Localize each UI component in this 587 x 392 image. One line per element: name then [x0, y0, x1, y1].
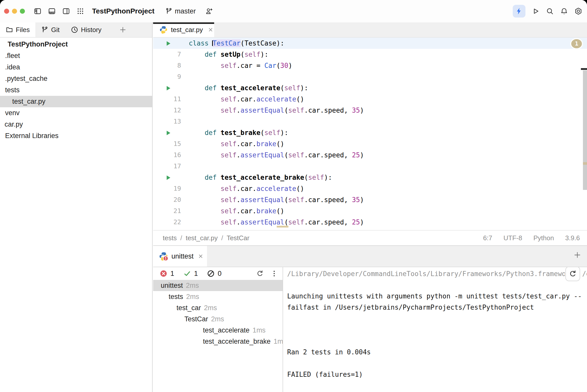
- tree-item-label: External Libraries: [5, 132, 58, 140]
- code-token: (): [276, 140, 284, 148]
- sidebar-tab-history[interactable]: History: [65, 22, 107, 37]
- tree-item[interactable]: External Libraries: [0, 130, 152, 142]
- status-widget[interactable]: 3.9.6: [565, 234, 580, 242]
- code-text[interactable]: [189, 116, 587, 127]
- sidebar-tab-git[interactable]: Git: [35, 22, 65, 37]
- tree-item[interactable]: tests: [0, 84, 152, 96]
- code-token: .: [237, 218, 241, 226]
- rerun-tests-icon[interactable]: [256, 270, 264, 277]
- zoom-window-button[interactable]: [20, 9, 25, 14]
- editor-gutter[interactable]: 8: [153, 60, 189, 71]
- tree-item[interactable]: .pytest_cache: [0, 73, 152, 84]
- code-text[interactable]: self.assertEqual(self.car.speed, 25): [189, 217, 587, 228]
- add-tab-icon[interactable]: [573, 251, 581, 259]
- status-widget[interactable]: UTF-8: [504, 234, 522, 242]
- tree-item[interactable]: TestPythonProject: [0, 39, 152, 50]
- breadcrumb-item[interactable]: test_car.py: [186, 234, 218, 242]
- test-tree-item[interactable]: unittest2ms: [153, 280, 283, 291]
- code-text[interactable]: class TestCar(TestCase):: [189, 38, 587, 49]
- test-tree-item[interactable]: test_car2ms: [153, 302, 283, 313]
- failed-count-button[interactable]: 1: [160, 270, 174, 278]
- tree-item[interactable]: venv: [0, 107, 152, 119]
- tree-item[interactable]: .fleet: [0, 50, 152, 62]
- editor-gutter[interactable]: 11: [153, 94, 189, 105]
- code-text[interactable]: [189, 71, 587, 82]
- editor-gutter[interactable]: 17: [153, 161, 189, 172]
- code-text[interactable]: self.car.accelerate(): [189, 94, 587, 105]
- code-with-me-icon[interactable]: [205, 7, 213, 15]
- editor-gutter[interactable]: 13: [153, 116, 189, 127]
- minimize-window-button[interactable]: [12, 9, 17, 14]
- editor-gutter[interactable]: 16: [153, 149, 189, 161]
- close-icon[interactable]: [208, 27, 214, 33]
- code-text[interactable]: [189, 161, 587, 172]
- close-window-button[interactable]: [4, 9, 9, 14]
- inspection-widget-badge[interactable]: 1: [570, 38, 583, 49]
- editor-gutter[interactable]: 7: [153, 49, 189, 60]
- editor-gutter[interactable]: [153, 82, 189, 94]
- code-token: self: [288, 196, 304, 204]
- run-tab-unittest[interactable]: unittest: [153, 246, 207, 267]
- code-text[interactable]: self.car.brake(): [189, 205, 587, 217]
- search-icon[interactable]: [546, 7, 554, 15]
- tool-windows-grid-icon[interactable]: [76, 7, 84, 15]
- code-text[interactable]: self.car.brake(): [189, 138, 587, 149]
- editor-gutter[interactable]: 12: [153, 105, 189, 116]
- editor-gutter[interactable]: 21: [153, 205, 189, 217]
- editor-tab-test-car[interactable]: test_car.py: [153, 22, 214, 37]
- toggle-bottom-panel-icon[interactable]: [48, 7, 56, 15]
- tree-item[interactable]: .idea: [0, 62, 152, 73]
- code-text[interactable]: self.car = Car(30): [189, 60, 587, 71]
- test-console[interactable]: /Library/Developer/CommandLineTools/Libr…: [283, 267, 587, 392]
- code-text[interactable]: self.car.accelerate(): [189, 183, 587, 194]
- more-options-icon[interactable]: [270, 270, 278, 277]
- test-tree-item[interactable]: tests2ms: [153, 291, 283, 302]
- editor-gutter[interactable]: [153, 127, 189, 138]
- breadcrumb-item[interactable]: tests: [163, 234, 177, 242]
- line-number: 21: [173, 205, 181, 217]
- test-tree-item[interactable]: test_accelerate1ms: [153, 325, 283, 336]
- editor-gutter[interactable]: 15: [153, 138, 189, 149]
- code-text[interactable]: self.assertEqual(self.car.speed, 25): [189, 149, 587, 161]
- tree-item[interactable]: test_car.py: [0, 96, 152, 107]
- close-icon[interactable]: [198, 253, 204, 259]
- code-text[interactable]: def test_brake(self):: [189, 127, 587, 138]
- add-tool-window-tab-icon[interactable]: [116, 22, 130, 37]
- code-token: test_accelerate_brake: [221, 174, 304, 181]
- passed-count-button[interactable]: 1: [183, 270, 198, 278]
- project-name[interactable]: TestPythonProject: [92, 7, 154, 15]
- status-widget[interactable]: Python: [533, 234, 554, 242]
- ignored-count-button[interactable]: 0: [207, 270, 222, 278]
- code-editor[interactable]: class TestCar(TestCase):17 def setUp(sel…: [153, 38, 587, 230]
- tree-item[interactable]: car.py: [0, 119, 152, 130]
- ai-assistant-icon[interactable]: [513, 5, 525, 18]
- code-text[interactable]: def setUp(self):: [189, 49, 587, 60]
- notifications-bell-icon[interactable]: [560, 7, 568, 15]
- test-tree-item[interactable]: TestCar2ms: [153, 313, 283, 325]
- folder-icon: [6, 26, 13, 34]
- editor-gutter[interactable]: 20: [153, 194, 189, 205]
- code-text[interactable]: def test_accelerate(self):: [189, 82, 587, 94]
- sidebar-tab-files[interactable]: Files: [0, 22, 35, 37]
- code-text[interactable]: self.assertEqual(self.car.speed, 35): [189, 194, 587, 205]
- editor-gutter[interactable]: [153, 172, 189, 183]
- toggle-left-panel-icon[interactable]: [34, 7, 42, 15]
- editor-gutter[interactable]: 9: [153, 71, 189, 82]
- editor-gutter[interactable]: 19: [153, 183, 189, 194]
- status-widget[interactable]: 6:7: [483, 234, 492, 242]
- branch-name: master: [175, 7, 196, 15]
- editor-gutter[interactable]: [153, 38, 189, 49]
- editor-scrollbar[interactable]: [583, 70, 587, 190]
- code-text[interactable]: def test_accelerate_brake(self):: [189, 172, 587, 183]
- breadcrumb-status-bar: tests/test_car.py/TestCar 6:7UTF-8Python…: [153, 230, 587, 245]
- code-text[interactable]: self.assertEqual(self.car.speed, 35): [189, 105, 587, 116]
- test-tree-item[interactable]: test_accelerate_brake1ms: [153, 336, 283, 347]
- breadcrumb-item[interactable]: TestCar: [227, 234, 250, 242]
- git-branch-widget[interactable]: master: [165, 7, 196, 15]
- toggle-right-panel-icon[interactable]: [62, 7, 70, 15]
- editor-gutter[interactable]: 22: [153, 217, 189, 228]
- console-refresh-button[interactable]: [565, 267, 580, 281]
- settings-gear-icon[interactable]: [574, 7, 582, 15]
- run-icon[interactable]: [532, 7, 540, 15]
- code-token: [189, 129, 205, 137]
